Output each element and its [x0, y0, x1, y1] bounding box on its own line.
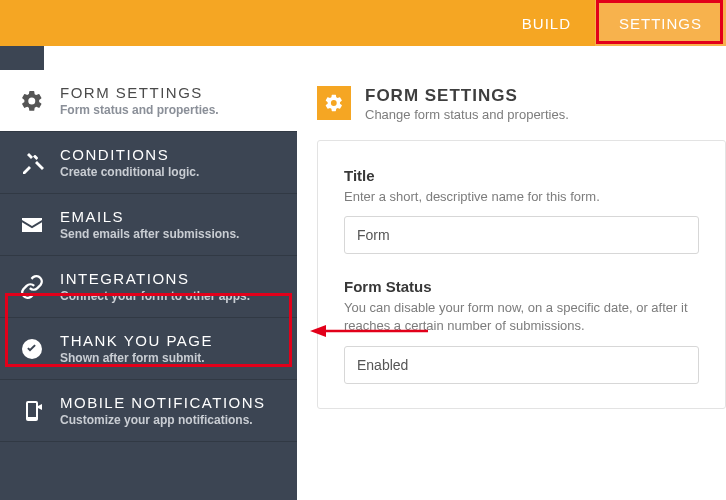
gear-icon: [18, 87, 46, 115]
sidebar-item-form-settings[interactable]: FORM SETTINGS Form status and properties…: [0, 70, 297, 132]
sidebar-item-title: THANK YOU PAGE: [60, 332, 281, 349]
tab-build[interactable]: BUILD: [498, 0, 595, 46]
title-input[interactable]: [344, 216, 699, 254]
page-title: FORM SETTINGS: [365, 86, 569, 106]
sidebar-item-title: INTEGRATIONS: [60, 270, 281, 287]
page-subtitle: Change form status and properties.: [365, 107, 569, 122]
status-label: Form Status: [344, 278, 699, 295]
check-circle-icon: [18, 335, 46, 363]
svg-rect-2: [28, 403, 36, 417]
gear-icon: [317, 86, 351, 120]
sidebar-item-title: MOBILE NOTIFICATIONS: [60, 394, 281, 411]
tools-icon: [18, 149, 46, 177]
sidebar-item-emails[interactable]: EMAILS Send emails after submissions.: [0, 194, 297, 256]
sidebar-notch: [0, 46, 297, 70]
envelope-icon: [18, 211, 46, 239]
sidebar-item-title: CONDITIONS: [60, 146, 281, 163]
sidebar-item-mobile-notifications[interactable]: MOBILE NOTIFICATIONS Customize your app …: [0, 380, 297, 442]
sidebar-item-integrations[interactable]: INTEGRATIONS Connect your form to other …: [0, 256, 297, 318]
sidebar-item-sub: Connect your form to other apps.: [60, 289, 281, 303]
sidebar-item-thank-you[interactable]: THANK YOU PAGE Shown after form submit.: [0, 318, 297, 380]
sidebar-item-sub: Form status and properties.: [60, 103, 281, 117]
sidebar-item-sub: Send emails after submissions.: [60, 227, 281, 241]
sidebar-item-sub: Customize your app notifications.: [60, 413, 281, 427]
tab-settings[interactable]: SETTINGS: [595, 0, 726, 46]
status-help: You can disable your form now, on a spec…: [344, 299, 699, 335]
title-label: Title: [344, 167, 699, 184]
sidebar-item-sub: Shown after form submit.: [60, 351, 281, 365]
sidebar-item-title: EMAILS: [60, 208, 281, 225]
sidebar-item-sub: Create conditional logic.: [60, 165, 281, 179]
sidebar: FORM SETTINGS Form status and properties…: [0, 46, 297, 500]
main-panel: FORM SETTINGS Change form status and pro…: [297, 46, 726, 500]
link-icon: [18, 273, 46, 301]
status-select[interactable]: [344, 346, 699, 384]
mobile-icon: [18, 397, 46, 425]
settings-panel: Title Enter a short, descriptive name fo…: [317, 140, 726, 409]
sidebar-item-title: FORM SETTINGS: [60, 84, 281, 101]
topbar: BUILD SETTINGS: [0, 0, 726, 46]
title-help: Enter a short, descriptive name for this…: [344, 188, 699, 206]
sidebar-item-conditions[interactable]: CONDITIONS Create conditional logic.: [0, 132, 297, 194]
